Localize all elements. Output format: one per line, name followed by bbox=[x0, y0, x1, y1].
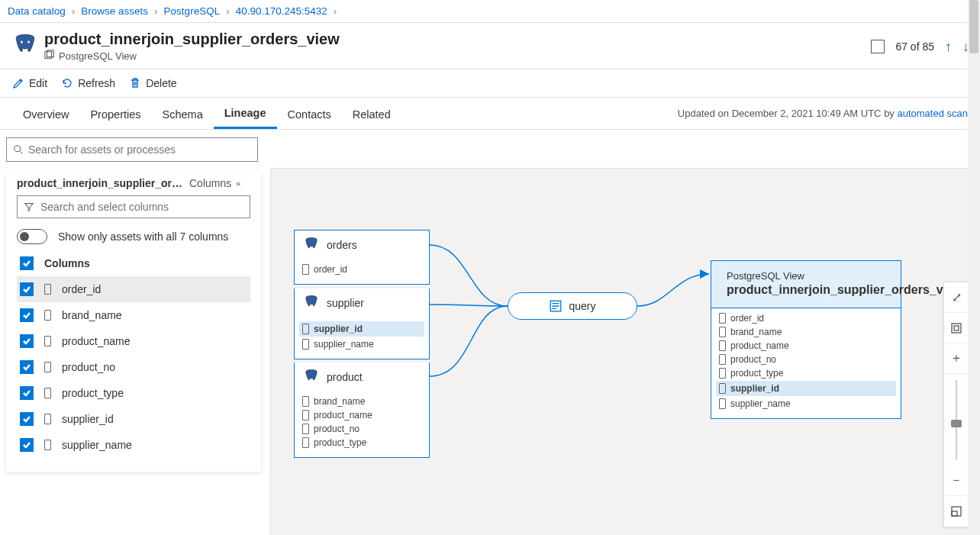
node-col: product_type bbox=[314, 437, 366, 448]
page-title: product_innerjoin_supplier_orders_view bbox=[44, 31, 340, 48]
column-row[interactable]: supplier_id bbox=[17, 406, 250, 432]
column-icon bbox=[302, 437, 309, 448]
tab-overview[interactable]: Overview bbox=[12, 99, 79, 128]
svg-rect-6 bbox=[952, 324, 961, 333]
asset-search-input[interactable] bbox=[28, 143, 251, 156]
svg-rect-7 bbox=[954, 326, 959, 330]
select-all-checkbox[interactable] bbox=[20, 256, 34, 270]
postgresql-icon bbox=[302, 237, 321, 253]
refresh-button[interactable]: Refresh bbox=[61, 77, 115, 89]
tab-bar: Overview Properties Schema Lineage Conta… bbox=[0, 98, 980, 130]
action-bar: Edit Refresh Delete bbox=[0, 69, 980, 98]
crumb-ip-address[interactable]: 40.90.170.245:5432 bbox=[236, 5, 327, 17]
crumb-postgresql[interactable]: PostgreSQL bbox=[164, 5, 221, 17]
column-checkbox[interactable] bbox=[20, 308, 34, 322]
query-label: query bbox=[569, 300, 595, 312]
view-icon bbox=[44, 50, 55, 63]
column-checkbox[interactable] bbox=[20, 282, 34, 296]
tab-related[interactable]: Related bbox=[342, 99, 401, 128]
column-checkbox[interactable] bbox=[20, 386, 34, 400]
node-col: supplier_id bbox=[730, 383, 779, 394]
column-name: brand_name bbox=[62, 309, 122, 321]
column-name: product_no bbox=[62, 361, 115, 373]
column-list: Columns order_id brand_name bbox=[17, 250, 250, 458]
column-name: order_id bbox=[62, 283, 101, 295]
select-checkbox[interactable] bbox=[871, 40, 885, 53]
previous-arrow-icon[interactable]: ↑ bbox=[945, 39, 952, 55]
chevron-right-icon: › bbox=[70, 5, 77, 17]
column-icon bbox=[302, 424, 309, 434]
column-row[interactable]: product_name bbox=[17, 328, 250, 354]
column-checkbox[interactable] bbox=[20, 360, 34, 374]
column-row[interactable]: brand_name bbox=[17, 302, 250, 328]
lineage-node-destination[interactable]: PostgreSQL View product_innerjoin_suppli… bbox=[711, 260, 901, 419]
columns-panel: product_innerjoin_supplier_orders_v… Col… bbox=[0, 168, 267, 535]
column-checkbox[interactable] bbox=[20, 412, 34, 426]
column-row[interactable]: product_type bbox=[17, 380, 250, 406]
column-icon bbox=[44, 310, 51, 321]
collapse-icon[interactable]: « bbox=[236, 179, 240, 188]
lineage-node-query[interactable]: query bbox=[508, 292, 637, 320]
node-col: supplier_name bbox=[314, 339, 374, 350]
lineage-node-supplier[interactable]: supplier supplier_id supplier_name bbox=[294, 288, 430, 359]
lineage-canvas[interactable]: orders order_id supplier supplier_id sup… bbox=[270, 168, 980, 535]
column-icon bbox=[719, 313, 726, 324]
zoom-slider[interactable] bbox=[944, 374, 969, 466]
column-row[interactable]: order_id bbox=[17, 276, 250, 302]
record-counter: 67 of 85 bbox=[895, 40, 934, 53]
svg-point-4 bbox=[15, 146, 21, 152]
fit-icon[interactable] bbox=[943, 313, 969, 343]
node-col: order_id bbox=[730, 313, 764, 324]
chevron-right-icon: › bbox=[224, 5, 231, 17]
column-icon bbox=[719, 368, 726, 379]
node-title: supplier bbox=[327, 297, 364, 309]
column-checkbox[interactable] bbox=[20, 438, 34, 452]
minimap-icon[interactable] bbox=[943, 496, 969, 527]
node-col: brand_name bbox=[730, 327, 782, 337]
panel-columns-label: Columns bbox=[189, 177, 231, 189]
lineage-node-product[interactable]: product brand_name product_name product_… bbox=[294, 363, 430, 458]
scan-source-link[interactable]: automated scan bbox=[897, 108, 968, 119]
show-all-columns-toggle[interactable] bbox=[17, 229, 47, 244]
node-col: product_name bbox=[314, 410, 372, 421]
search-icon bbox=[13, 144, 24, 155]
edit-button[interactable]: Edit bbox=[12, 77, 47, 89]
column-name: product_name bbox=[62, 335, 131, 347]
node-col: product_name bbox=[730, 340, 789, 351]
process-icon bbox=[549, 299, 563, 313]
chevron-right-icon: › bbox=[332, 5, 339, 17]
column-icon bbox=[44, 388, 51, 398]
column-row[interactable]: product_no bbox=[17, 354, 250, 380]
scrollbar[interactable] bbox=[968, 0, 980, 535]
column-filter-input[interactable] bbox=[40, 201, 243, 213]
column-filter[interactable] bbox=[17, 195, 250, 218]
scroll-thumb[interactable] bbox=[969, 0, 978, 53]
lineage-node-orders[interactable]: orders order_id bbox=[294, 230, 430, 285]
postgresql-icon bbox=[302, 369, 321, 385]
tab-properties[interactable]: Properties bbox=[79, 99, 151, 128]
fullscreen-icon[interactable]: ⤢ bbox=[943, 282, 969, 313]
postgresql-icon bbox=[11, 32, 40, 61]
node-col: supplier_id bbox=[314, 324, 363, 334]
asset-search[interactable] bbox=[6, 137, 258, 162]
crumb-browse-assets[interactable]: Browse assets bbox=[81, 5, 148, 17]
node-title: orders bbox=[327, 239, 357, 251]
toggle-label: Show only assets with all 7 columns bbox=[58, 230, 228, 243]
column-checkbox[interactable] bbox=[20, 334, 34, 348]
delete-button[interactable]: Delete bbox=[129, 77, 176, 89]
column-icon bbox=[719, 354, 726, 365]
column-icon bbox=[44, 440, 51, 450]
tab-schema[interactable]: Schema bbox=[152, 99, 214, 128]
column-icon bbox=[44, 284, 51, 295]
tab-contacts[interactable]: Contacts bbox=[277, 99, 342, 128]
svg-point-0 bbox=[21, 41, 23, 44]
column-row[interactable]: supplier_name bbox=[17, 432, 250, 458]
svg-rect-9 bbox=[952, 511, 957, 516]
zoom-in-icon[interactable]: ＋ bbox=[943, 343, 969, 374]
tab-lineage[interactable]: Lineage bbox=[214, 98, 277, 129]
zoom-out-icon[interactable]: － bbox=[943, 466, 969, 496]
node-col: brand_name bbox=[314, 396, 365, 407]
column-icon bbox=[44, 336, 51, 346]
crumb-data-catalog[interactable]: Data catalog bbox=[8, 5, 66, 17]
postgresql-icon bbox=[302, 295, 321, 311]
